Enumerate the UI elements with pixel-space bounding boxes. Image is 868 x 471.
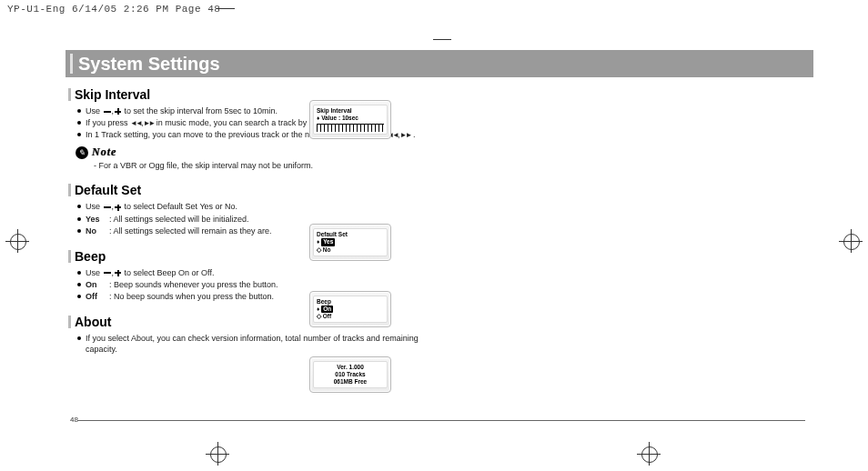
text: to select Beep On or Off. — [125, 268, 215, 277]
note-label: Note — [92, 145, 116, 159]
minus-icon — [104, 111, 111, 113]
text: If you press — [86, 118, 130, 127]
screen-line: ◇ Off — [317, 313, 384, 320]
text: to select Default Set Yes or No. — [125, 202, 238, 211]
forward-icon: ►► — [143, 120, 154, 127]
plus-icon — [115, 108, 121, 115]
screen-line: Beep — [317, 298, 384, 306]
text: Use — [86, 268, 103, 277]
plus-icon — [115, 205, 121, 211]
note-icon: ✎ — [76, 146, 88, 159]
print-slug: YP-U1-Eng 6/14/05 2:26 PM Page 48 — [7, 4, 220, 15]
screen-line: 061MB Free — [317, 378, 384, 386]
screen-line: Skip Interval — [317, 107, 384, 115]
heading-text: Skip Interval — [75, 87, 150, 102]
device-screen-about: Ver. 1.000 010 Tracks 061MB Free — [305, 356, 396, 393]
page-title: System Settings — [78, 54, 220, 75]
registration-mark-icon — [839, 229, 863, 253]
text: Use — [86, 202, 103, 211]
heading-text: Default Set — [75, 183, 141, 197]
title-accent — [70, 54, 73, 74]
key: Off — [86, 291, 109, 302]
text: Use — [86, 106, 103, 115]
screen-line: ♦ Value : 10sec — [317, 115, 384, 122]
device-screens-column: Skip Interval ♦ Value : 10sec Default Se… — [305, 100, 396, 393]
minus-icon — [104, 206, 111, 208]
device-screen-beep: Beep ♦ On ◇ Off — [305, 291, 396, 327]
heading-text: Beep — [75, 249, 106, 264]
screen-line: Ver. 1.000 — [317, 364, 384, 371]
screen-line: ♦ On — [317, 306, 384, 313]
screen-line: ◇ No — [317, 246, 384, 254]
screen-line: Default Set — [317, 231, 384, 238]
key: On — [86, 279, 109, 290]
registration-mark-icon — [637, 442, 661, 466]
key: Yes — [86, 214, 109, 225]
rewind-icon: ◄◄ — [130, 120, 141, 127]
screen-line: ♦ Yes — [317, 238, 384, 246]
scale-icon — [317, 124, 384, 132]
value: : Beep sounds whenever you press the but… — [109, 280, 278, 289]
value: : All settings selected will be initiali… — [109, 215, 249, 224]
crop-mark — [217, 8, 235, 10]
plus-icon — [115, 270, 121, 276]
title-bar: System Settings — [66, 50, 813, 77]
text: to set the skip interval from 5sec to 10… — [125, 106, 278, 115]
value: : No beep sounds when you press the butt… — [109, 292, 274, 301]
registration-mark-icon — [206, 442, 229, 466]
text: . — [413, 130, 416, 139]
device-screen-skip: Skip Interval ♦ Value : 10sec — [305, 100, 396, 139]
key: No — [86, 225, 109, 236]
screen-line: 010 Tracks — [317, 371, 384, 378]
minus-icon — [104, 272, 111, 274]
registration-mark-icon — [5, 229, 29, 253]
forward-icon: ►► — [400, 132, 411, 139]
crop-mark — [433, 39, 451, 41]
device-screen-default: Default Set ♦ Yes ◇ No — [305, 224, 396, 260]
value: : All settings selected will remain as t… — [109, 226, 272, 236]
heading-text: About — [75, 315, 111, 329]
page-rule — [77, 420, 805, 421]
